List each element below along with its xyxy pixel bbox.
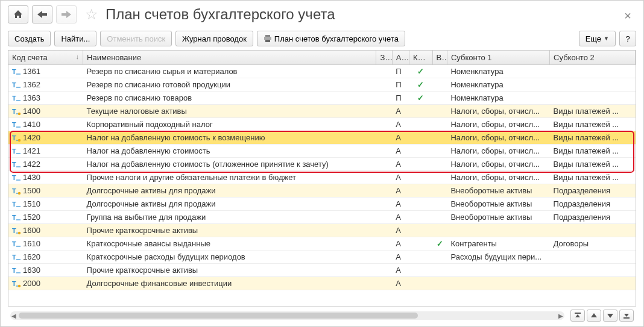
svg-rect-18	[16, 153, 21, 154]
print-button[interactable]: План счетов бухгалтерского учета	[257, 31, 405, 46]
account-type-icon: T	[12, 254, 21, 261]
v-cell	[432, 184, 447, 198]
code-cell: 1630	[23, 266, 40, 275]
a-cell: А	[392, 118, 409, 131]
scroll-down-button[interactable]	[603, 310, 617, 322]
cancel-search-button[interactable]: Отменить поиск	[100, 31, 172, 46]
account-type-icon: T	[12, 280, 21, 287]
table-row[interactable]: T1430Прочие налоги и другие обязательные…	[8, 171, 636, 184]
create-button[interactable]: Создать	[8, 31, 51, 46]
a-cell: А	[392, 145, 409, 158]
scroll-bottom-button[interactable]	[619, 310, 634, 322]
table-row[interactable]: T1610Краткосрочные авансы выданныеА✓Конт…	[8, 237, 636, 251]
table-row[interactable]: T1420Налог на добавленную стоимость к во…	[8, 131, 636, 145]
col-sub1-header[interactable]: Субконто 1	[447, 51, 549, 65]
journal-button[interactable]: Журнал проводок	[175, 31, 253, 46]
account-type-icon: T	[12, 227, 21, 234]
table-row[interactable]: T1510Долгосрочные активы для продажиАВне…	[8, 198, 636, 211]
z-cell	[376, 264, 392, 277]
v-cell	[432, 92, 447, 105]
table-row[interactable]: T1400Текущие налоговые активыАНалоги, сб…	[8, 105, 636, 118]
code-cell: 1362	[23, 80, 40, 89]
horizontal-scrollbar[interactable]: ◀ ▶	[10, 311, 564, 320]
scroll-right-icon[interactable]: ▶	[557, 313, 564, 319]
code-cell: 1420	[23, 133, 40, 142]
table-row[interactable]: T2000Долгосрочные финансовые инвестицииА	[8, 277, 636, 290]
table-row[interactable]: T1421Налог на добавленную стоимостьАНало…	[8, 145, 636, 158]
titlebar: ☆ План счетов бухгалтерского учета ×	[8, 5, 636, 23]
back-button[interactable]	[32, 5, 52, 23]
more-button[interactable]: Еще▼	[579, 31, 616, 46]
z-cell	[376, 78, 392, 92]
favorite-star-icon[interactable]: ☆	[85, 6, 98, 23]
help-button[interactable]: ?	[619, 31, 636, 46]
kol-cell	[409, 171, 433, 184]
name-cell: Прочие краткосрочные активы	[83, 224, 376, 237]
table-row[interactable]: T1361Резерв по списанию сырья и материал…	[8, 65, 636, 78]
table-row[interactable]: T1363Резерв по списанию товаровП✓Номенкл…	[8, 92, 636, 105]
account-type-icon: T	[12, 240, 21, 248]
sub2-cell: Виды платежей ...	[550, 105, 636, 118]
account-type-icon: T	[12, 201, 21, 208]
scroll-thumb[interactable]	[19, 313, 418, 319]
svg-rect-2	[265, 40, 270, 42]
code-cell: 1410	[23, 120, 40, 129]
table-row[interactable]: T1600Прочие краткосрочные активыА	[8, 224, 636, 237]
name-cell: Налог на добавленную стоимость	[83, 145, 376, 158]
sub2-cell	[550, 65, 636, 78]
svg-text:T: T	[12, 148, 16, 155]
col-kol-header[interactable]: Кол.	[409, 51, 433, 65]
a-cell: П	[392, 78, 409, 92]
svg-text:T: T	[12, 240, 16, 248]
table-row[interactable]: T1630Прочие краткосрочные активыА	[8, 264, 636, 277]
forward-button[interactable]	[56, 5, 77, 23]
col-a-header[interactable]: А...	[392, 51, 409, 65]
sub2-cell	[550, 264, 636, 277]
v-cell	[432, 145, 447, 158]
triangle-up-icon	[591, 313, 597, 318]
table-row[interactable]: T1500Долгосрочные активы для продажиАВне…	[8, 184, 636, 198]
table-row[interactable]: T1362Резерв по списанию готовой продукци…	[8, 78, 636, 92]
home-icon	[13, 10, 23, 19]
scroll-top-button[interactable]	[570, 310, 585, 322]
table-row[interactable]: T1410Корпоративный подоходный налогАНало…	[8, 118, 636, 131]
z-cell	[376, 224, 392, 237]
home-button[interactable]	[8, 5, 28, 23]
svg-rect-8	[16, 100, 21, 101]
col-v-header[interactable]: В.	[432, 51, 447, 65]
a-cell: П	[392, 92, 409, 105]
account-type-icon: T	[12, 108, 21, 115]
code-cell: 1510	[23, 199, 40, 208]
close-icon[interactable]: ×	[624, 9, 631, 23]
col-code-header[interactable]: Код счета↓	[8, 51, 83, 65]
code-cell: 1422	[23, 160, 40, 169]
kol-cell: ✓	[409, 92, 433, 105]
v-cell	[432, 105, 447, 118]
code-cell: 1363	[23, 93, 40, 102]
z-cell	[376, 92, 392, 105]
col-z-header[interactable]: З...	[376, 51, 392, 65]
svg-point-32	[18, 231, 21, 234]
table-row[interactable]: T1620Краткосрочные расходы будущих перио…	[8, 251, 636, 264]
sub1-cell: Расходы будущих пери...	[447, 251, 549, 264]
a-cell: А	[392, 131, 409, 145]
find-button[interactable]: Найти...	[54, 31, 96, 46]
sub1-cell	[447, 264, 549, 277]
svg-rect-4	[16, 73, 21, 75]
table-row[interactable]: T1520Группа на выбытие для продажиАВнеоб…	[8, 211, 636, 224]
scroll-left-icon[interactable]: ◀	[10, 313, 17, 319]
scroll-up-button[interactable]	[587, 310, 601, 322]
sub2-cell: Виды платежей ...	[550, 118, 636, 131]
account-type-icon: T	[12, 95, 21, 102]
col-name-header[interactable]: Наименование	[83, 51, 376, 65]
svg-rect-22	[16, 179, 21, 181]
check-icon: ✓	[436, 239, 443, 248]
svg-rect-43	[623, 317, 630, 319]
table-row[interactable]: T1422Налог на добавленную стоимость (отл…	[8, 158, 636, 171]
z-cell	[376, 251, 392, 264]
col-sub2-header[interactable]: Субконто 2	[550, 51, 636, 65]
sub2-cell: Виды платежей ...	[550, 145, 636, 158]
print-button-label: План счетов бухгалтерского учета	[274, 34, 399, 43]
kol-cell	[409, 237, 433, 251]
kol-cell	[409, 118, 433, 131]
